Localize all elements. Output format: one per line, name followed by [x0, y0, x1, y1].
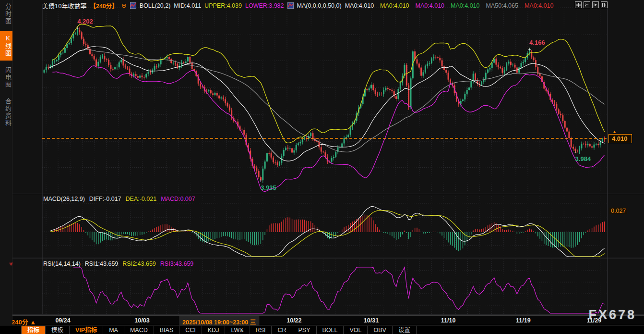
- ma-indicator-icon[interactable]: [287, 2, 294, 9]
- sidebar-tab-闪电图[interactable]: 闪电图: [0, 63, 12, 92]
- chart-header: 美债10年收益率 【240分】 ⊖ BOLL(20,2) MID:4.011 U…: [42, 1, 553, 10]
- indicator-tab-BIAS[interactable]: BIAS: [154, 326, 180, 334]
- candlestick-chart-canvas[interactable]: [0, 0, 644, 334]
- indicator-tab-VOL[interactable]: VOL: [344, 326, 368, 334]
- period-label[interactable]: 【240分】: [90, 1, 118, 10]
- indicator-tab-设置[interactable]: 设置: [393, 326, 417, 334]
- extreme-cross-marker: +: [574, 149, 577, 155]
- indicator-tab-模板[interactable]: 模板: [46, 326, 70, 334]
- ma-value-2: MA0:4.010: [416, 2, 444, 9]
- rsi1-value: RSI1:43.659: [85, 260, 119, 267]
- price-annotation: 4.202: [77, 18, 93, 25]
- time-axis-label: 10/22: [286, 317, 301, 324]
- macd-header: MACD(26,12,9) DIFF:-0.017 DEA:-0.021 MAC…: [43, 196, 195, 202]
- rsi-name: RSI(14,14,14): [43, 260, 81, 267]
- ma-name: MA(0,0,0,0,50,0): [297, 2, 342, 9]
- extreme-cross-marker: +: [259, 178, 262, 184]
- price-annotation: 3.935: [261, 184, 276, 191]
- indicator-tab-VIP指标[interactable]: VIP指标: [70, 326, 103, 334]
- indicator-tab-RSI[interactable]: RSI: [250, 326, 272, 334]
- rsi-header: RSI(14,14,14) RSI1:43.659 RSI2:43.659 RS…: [43, 260, 193, 267]
- ma-value-5: MA0:4.010: [525, 2, 553, 9]
- indicator-tab-指标[interactable]: 指标: [21, 326, 46, 334]
- price-annotation: 4.166: [529, 39, 545, 46]
- indicator-tab-BOLL[interactable]: BOLL: [317, 326, 344, 334]
- indicator-settings-icon[interactable]: ✳: [9, 261, 13, 267]
- price-tag-arrow-icon: ▲: [612, 129, 617, 134]
- ma-values-group: MA0:4.010MA0:4.010MA0:4.010MA0:4.010MA50…: [345, 2, 554, 9]
- time-axis-label: 09/24: [55, 317, 70, 324]
- ma-value-3: MA0:4.010: [451, 2, 479, 9]
- indicator-tab-OBV[interactable]: OBV: [368, 326, 392, 334]
- extreme-cross-marker: +: [528, 46, 531, 52]
- ma-value-0: MA0:4.010: [345, 2, 374, 9]
- last-price-tag: 4.010: [608, 134, 632, 143]
- scale-left-icon[interactable]: [584, 1, 590, 8]
- macd-diff-value: DIFF:-0.017: [89, 196, 121, 202]
- boll-mid-value: MID:4.011: [174, 2, 201, 9]
- chart-type-sidebar: 分时图K线图闪电图合约资料: [0, 0, 12, 325]
- boll-lower-value: LOWER:3.982: [245, 2, 284, 9]
- collapse-icon[interactable]: ⊖: [121, 2, 127, 9]
- macd-dea-value: DEA:-0.021: [126, 196, 157, 202]
- ma-value-1: MA0:4.010: [380, 2, 409, 9]
- indicator-tab-CCI[interactable]: CCI: [179, 326, 202, 334]
- move-crosshair-icon[interactable]: [575, 1, 582, 8]
- sidebar-tab-合约资料[interactable]: 合约资料: [0, 95, 12, 130]
- macd-macd-value: MACD:0.007: [161, 196, 195, 202]
- indicator-tab-PSY[interactable]: PSY: [292, 326, 316, 334]
- timeframe-selector[interactable]: 240分 ▲: [12, 317, 36, 326]
- time-axis: 240分 ▲ 09/2410/0310/2210/3111/1011/1911/…: [0, 315, 644, 325]
- extreme-cross-marker: +: [76, 25, 79, 31]
- scale-right-icon[interactable]: [592, 1, 599, 8]
- macd-value-tag: 0.027: [609, 208, 627, 214]
- pane-expand-icon[interactable]: [601, 1, 608, 8]
- rsi3-value: RSI3:43.659: [160, 260, 194, 267]
- rsi2-value: RSI2:43.659: [122, 260, 156, 267]
- chart-application-window: 分时图K线图闪电图合约资料 美债10年收益率 【240分】 ⊖ BOLL(20,…: [0, 0, 644, 334]
- indicator-tab-CR[interactable]: CR: [272, 326, 292, 334]
- indicator-tab-LW&[interactable]: LW&: [225, 326, 250, 334]
- window-controls: [575, 1, 608, 8]
- boll-name: BOLL(20,2): [140, 2, 171, 9]
- instrument-title: 美债10年收益率: [42, 1, 86, 10]
- time-axis-label: 11/10: [441, 317, 456, 324]
- ma-value-4: MA50:4.065: [486, 2, 518, 9]
- indicator-tab-bar: 指标模板VIP指标MAMACDBIASCCIKDJLW&RSICRPSYBOLL…: [0, 326, 644, 334]
- indicator-tab-MA[interactable]: MA: [103, 326, 124, 334]
- price-annotation: 3.984: [575, 155, 591, 162]
- time-axis-label: 11/19: [516, 317, 531, 324]
- sidebar-tab-分时图[interactable]: 分时图: [0, 0, 12, 28]
- indicator-tab-MACD[interactable]: MACD: [124, 326, 154, 334]
- boll-indicator-icon[interactable]: [130, 2, 136, 9]
- sidebar-tab-K线图[interactable]: K线图: [0, 31, 12, 61]
- boll-upper-value: UPPER:4.039: [204, 2, 242, 9]
- macd-name: MACD(26,12,9): [43, 196, 85, 202]
- time-axis-label: 10/31: [364, 317, 379, 324]
- fx678-watermark: FX678: [588, 308, 636, 322]
- time-axis-label: 10/03: [134, 317, 149, 324]
- indicator-tab-KDJ[interactable]: KDJ: [202, 326, 226, 334]
